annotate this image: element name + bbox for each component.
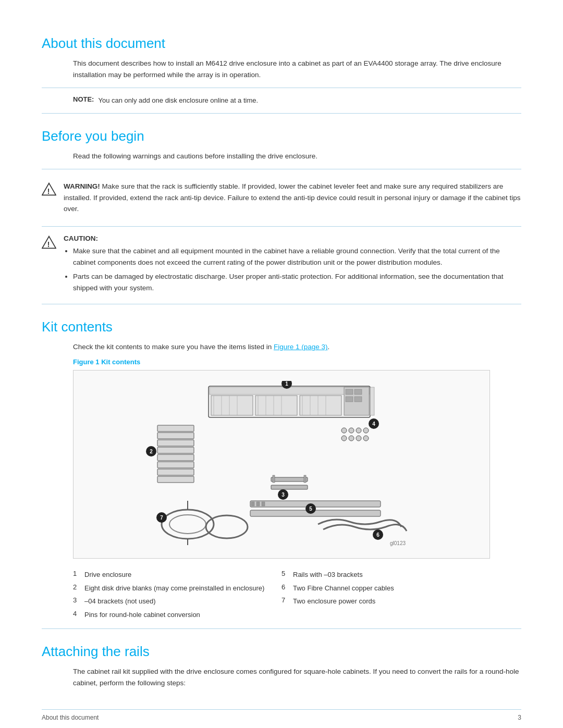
before-you-begin-title: Before you begin	[42, 128, 521, 144]
svg-text:!: !	[47, 240, 50, 249]
note-label: NOTE:	[73, 95, 94, 103]
power-cords-drawing: 7	[156, 501, 248, 545]
caution-icon: !	[42, 235, 56, 250]
kit-item-row: 2 Eight disk drive blanks (may come prei…	[73, 582, 282, 595]
svg-point-48	[363, 428, 369, 433]
kit-items-col1: 1 Drive enclosure 2 Eight disk drive bla…	[73, 568, 282, 621]
svg-text:6: 6	[376, 532, 380, 538]
kit-item-num: 5	[282, 570, 293, 577]
svg-rect-31	[157, 440, 194, 446]
svg-rect-36	[157, 476, 194, 483]
kit-check-link[interactable]: Figure 1 (page 3)	[274, 343, 328, 351]
caution-section: ! CAUTION: Make sure that the cabinet an…	[42, 234, 521, 297]
svg-rect-40	[273, 475, 275, 483]
kit-figure-label: Figure 1 Kit contents	[73, 358, 521, 366]
warning-content: WARNING! Make sure that the rack is suff…	[64, 181, 521, 215]
caution-item-1: Make sure that the cabinet and all equip…	[73, 245, 521, 268]
kit-item-desc: –04 brackets (not used)	[84, 596, 156, 607]
svg-rect-59	[250, 510, 381, 516]
kit-figure-svg-wrap: 1 2	[74, 371, 489, 558]
svg-text:2: 2	[150, 449, 153, 454]
svg-rect-35	[157, 469, 194, 475]
svg-text:!: !	[47, 187, 50, 195]
svg-point-65	[169, 515, 206, 534]
about-divider-bottom	[42, 113, 521, 114]
cables-drawing: 6	[318, 520, 407, 540]
kit-item-desc: Two Fibre Channel copper cables	[293, 583, 394, 594]
kit-figure-svg: 1 2	[146, 381, 417, 548]
svg-rect-34	[157, 462, 194, 468]
kit-check-pre: Check the kit contents to make sure you …	[73, 343, 272, 351]
svg-point-47	[356, 428, 361, 433]
kit-figure-container: 1 2	[73, 370, 490, 559]
attaching-rails-description: The cabinet rail kit supplied with the d…	[73, 666, 521, 688]
kit-item-row: 7 Two enclosure power cords	[282, 595, 490, 608]
before-you-begin-section: Before you begin Read the following warn…	[42, 128, 521, 305]
svg-text:4: 4	[372, 421, 375, 427]
svg-rect-7	[255, 396, 297, 415]
svg-point-49	[341, 436, 347, 441]
svg-text:1: 1	[285, 381, 288, 387]
svg-text:5: 5	[309, 506, 312, 512]
kit-item-desc: Pins for round-hole cabinet conversion	[84, 610, 200, 620]
kit-items-table: 1 Drive enclosure 2 Eight disk drive bla…	[73, 568, 490, 621]
svg-rect-58	[262, 502, 265, 506]
kit-divider-bottom	[42, 628, 521, 629]
svg-rect-29	[157, 425, 194, 431]
warning-label: WARNING!	[64, 182, 100, 190]
kit-item-row: 1 Drive enclosure	[73, 568, 282, 582]
svg-rect-39	[271, 477, 308, 482]
kit-item-desc: Drive enclosure	[84, 570, 131, 580]
svg-text:7: 7	[160, 515, 163, 521]
caution-list: Make sure that the cabinet and all equip…	[73, 245, 521, 293]
svg-point-68	[206, 515, 248, 538]
kit-item-desc: Rails with –03 brackets	[293, 570, 363, 580]
caution-label: CAUTION:	[64, 235, 98, 242]
kit-item-num: 2	[73, 583, 84, 591]
drive-enclosure-drawing: 1	[209, 381, 374, 417]
svg-rect-6	[211, 396, 253, 415]
kit-item-num: 4	[73, 610, 84, 618]
svg-rect-56	[251, 502, 254, 506]
svg-rect-24	[346, 397, 353, 402]
kit-item-row: 5 Rails with –03 brackets	[282, 568, 490, 582]
before-begin-description: Read the following warnings and cautions…	[73, 151, 521, 162]
kit-item-desc: Two enclosure power cords	[293, 596, 375, 607]
svg-point-45	[341, 428, 347, 433]
brackets-drawing: 3	[271, 475, 308, 500]
warning-divider-top	[42, 169, 521, 169]
svg-rect-25	[354, 397, 362, 402]
note-row: NOTE: You can only add one disk enclosur…	[73, 95, 521, 106]
svg-rect-42	[271, 485, 308, 489]
kit-contents-title: Kit contents	[42, 319, 521, 335]
kit-item-num: 6	[282, 583, 293, 591]
svg-text:3: 3	[282, 492, 285, 498]
svg-point-51	[356, 436, 361, 441]
svg-rect-55	[250, 501, 381, 507]
svg-rect-41	[304, 475, 306, 483]
caution-item-2: Parts can be damaged by electrostatic di…	[73, 271, 521, 293]
kit-item-row: 4 Pins for round-hole cabinet conversion	[73, 608, 282, 622]
svg-rect-57	[256, 502, 260, 506]
kit-item-row: 3 –04 brackets (not used)	[73, 595, 282, 608]
attaching-rails-section: Attaching the rails The cabinet rail kit…	[42, 644, 521, 688]
svg-rect-30	[157, 433, 194, 439]
warning-text: Make sure that the rack is sufficiently …	[64, 182, 521, 213]
kit-item-num: 7	[282, 596, 293, 604]
caution-divider-top	[42, 226, 521, 227]
rails-drawing: 5	[250, 501, 381, 516]
svg-rect-26	[370, 387, 374, 415]
svg-point-50	[349, 436, 354, 441]
about-section: About this document This document descri…	[42, 35, 521, 114]
svg-text:gl0123: gl0123	[390, 540, 406, 546]
warning-icon: !	[42, 182, 56, 196]
note-text: You can only add one disk enclosure onli…	[98, 95, 258, 106]
svg-point-46	[349, 428, 354, 433]
kit-contents-section: Kit contents Check the kit contents to m…	[42, 319, 521, 629]
footer-left: About this document	[42, 714, 99, 721]
svg-rect-23	[354, 389, 362, 394]
attaching-rails-title: Attaching the rails	[42, 644, 521, 660]
svg-rect-33	[157, 454, 194, 461]
kit-check-text: Check the kit contents to make sure you …	[73, 341, 521, 353]
svg-rect-22	[346, 389, 353, 394]
